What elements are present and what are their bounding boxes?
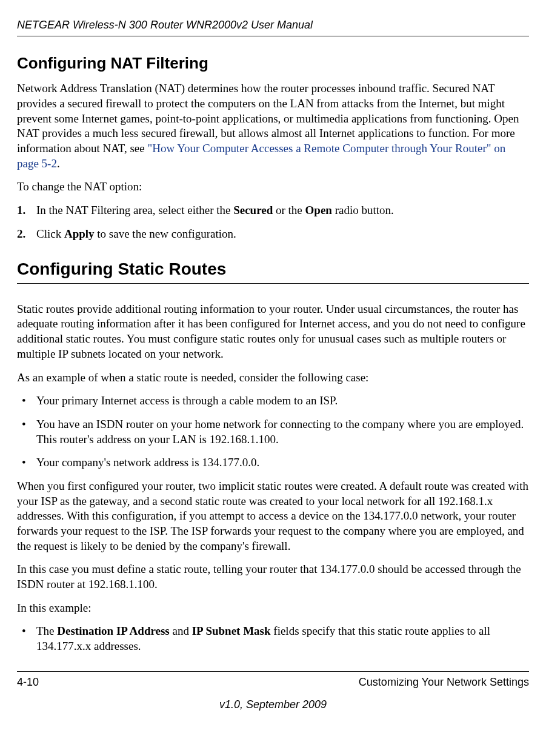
step1-bold-open: Open bbox=[305, 204, 332, 216]
step2-text-1: Click bbox=[36, 227, 64, 240]
list-item: You have an ISDN router on your home net… bbox=[17, 417, 529, 447]
static-routes-define: In this case you must define a static ro… bbox=[17, 562, 529, 592]
step2-bold-apply: Apply bbox=[64, 227, 95, 240]
document-header-title: NETGEAR Wireless-N 300 Router WNR2000v2 … bbox=[17, 18, 529, 32]
nat-step-1: 1. In the NAT Filtering area, select eit… bbox=[17, 203, 529, 218]
header-rule bbox=[17, 36, 529, 36]
nat-change-intro: To change the NAT option: bbox=[17, 179, 529, 195]
list-item: Your company's network address is 134.17… bbox=[17, 455, 529, 470]
section-heading-nat-filtering: Configuring NAT Filtering bbox=[17, 53, 529, 74]
section-underline bbox=[17, 283, 529, 284]
nat-intro-text-2: . bbox=[57, 157, 60, 170]
footer-rule bbox=[17, 671, 529, 672]
step1-bold-secured: Secured bbox=[233, 204, 273, 216]
nat-step-2: 2. Click Apply to save the new configura… bbox=[17, 227, 529, 242]
step2-text-2: to save the new configuration. bbox=[95, 227, 236, 240]
bullet4-bold-dest-ip: Destination IP Address bbox=[57, 624, 169, 637]
section-heading-static-routes: Configuring Static Routes bbox=[17, 258, 529, 280]
static-routes-in-example: In this example: bbox=[17, 601, 529, 616]
page-footer: 4-10 Customizing Your Network Settings v… bbox=[17, 671, 529, 712]
static-routes-explanation: When you first configured your router, t… bbox=[17, 479, 529, 554]
chapter-title: Customizing Your Network Settings bbox=[359, 675, 529, 689]
static-route-example-list: Your primary Internet access is through … bbox=[17, 393, 529, 470]
step-number: 1. bbox=[17, 203, 25, 218]
nat-intro-paragraph: Network Address Translation (NAT) determ… bbox=[17, 81, 529, 171]
step1-text-1: In the NAT Filtering area, select either… bbox=[36, 204, 233, 216]
bullet4-text-1: The bbox=[36, 624, 57, 637]
list-item: The Destination IP Address and IP Subnet… bbox=[17, 624, 529, 654]
footer-row: 4-10 Customizing Your Network Settings bbox=[17, 675, 529, 689]
bullet4-text-2: and bbox=[170, 624, 192, 637]
bullet4-bold-subnet: IP Subnet Mask bbox=[192, 624, 271, 637]
step-number: 2. bbox=[17, 227, 25, 242]
nat-steps-list: 1. In the NAT Filtering area, select eit… bbox=[17, 203, 529, 241]
document-version: v1.0, September 2009 bbox=[17, 698, 529, 712]
static-routes-intro: Static routes provide additional routing… bbox=[17, 302, 529, 362]
list-item: Your primary Internet access is through … bbox=[17, 393, 529, 409]
step1-text-2: or the bbox=[273, 204, 305, 216]
static-route-fields-list: The Destination IP Address and IP Subnet… bbox=[17, 624, 529, 654]
static-routes-example-intro: As an example of when a static route is … bbox=[17, 370, 529, 386]
page-number: 4-10 bbox=[17, 675, 39, 689]
step1-text-3: radio button. bbox=[332, 204, 394, 216]
